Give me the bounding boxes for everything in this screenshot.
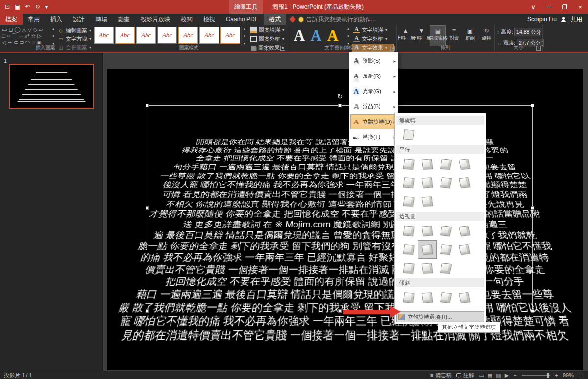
rotation-preset[interactable] <box>399 192 418 211</box>
rotation-preset[interactable] <box>455 240 474 259</box>
resize-handle[interactable] <box>338 309 342 313</box>
slide-thumbnail[interactable] <box>9 64 94 109</box>
resize-handle[interactable] <box>146 104 149 107</box>
tab-檢視[interactable]: 檢視 <box>198 14 220 25</box>
menu-item-轉換(T)[interactable]: abc轉換(T)▸ <box>350 129 397 145</box>
button-圖案外框[interactable]: 圖案外框▾ <box>249 35 285 43</box>
rotation-preset[interactable] <box>399 126 418 144</box>
tab-檔案[interactable]: 檔案 <box>0 14 23 25</box>
shape-style-scrollbar[interactable]: ▴ ▾ ▾ <box>241 26 247 46</box>
shape-gallery-row[interactable]: ▭◻◯△▽◇▱ <box>2 26 49 33</box>
tab-轉場[interactable]: 轉場 <box>90 14 113 25</box>
rotation-preset[interactable] <box>437 288 455 307</box>
wordart-style-preview[interactable]: A <box>291 25 308 47</box>
zoom-in-button[interactable]: + <box>555 372 558 378</box>
rotation-preset[interactable] <box>437 222 455 240</box>
rotation-preset[interactable] <box>418 174 437 192</box>
height-stepper[interactable]: ▴▾ <box>539 28 541 36</box>
rotation-preset[interactable] <box>418 259 437 278</box>
rotation-preset[interactable] <box>418 288 437 307</box>
rotation-preset[interactable] <box>418 240 437 259</box>
rotation-preset[interactable] <box>399 155 418 174</box>
restore-icon[interactable] <box>557 0 572 14</box>
menu-item-浮凸(B)[interactable]: A浮凸(B)▸ <box>350 99 397 114</box>
tell-me-box[interactable]: 告訴我您想要執行的動作... <box>299 14 376 25</box>
gallery-up-icon[interactable]: ▴ <box>244 27 245 31</box>
ribbon-display-options-icon[interactable]: ∨ <box>525 0 541 14</box>
user-avatar-icon[interactable] <box>561 17 566 22</box>
tab-校閱[interactable]: 校閱 <box>175 14 198 25</box>
shape-gallery-row[interactable]: □○⌒↔⇄☆▷ <box>2 33 49 39</box>
shape-style-preview[interactable]: Abc <box>157 27 177 44</box>
slide[interactable]: 開頭都是你在問 結果總是我在等 說話留著分寸 氣氛安靜得發狠 你說的這麼認真 顯… <box>107 69 583 370</box>
notes-button[interactable]: ≡ 備忘稿 <box>430 372 451 379</box>
rotation-preset[interactable] <box>399 174 418 192</box>
resize-handle[interactable] <box>531 104 534 107</box>
button-群組[interactable]: ▣群組 <box>462 25 478 46</box>
shape-style-preview[interactable]: Abc <box>178 27 198 44</box>
resize-handle[interactable] <box>146 206 149 210</box>
pen-icon[interactable] <box>289 16 296 23</box>
close-icon[interactable]: × <box>572 0 588 14</box>
wordart-scrollbar[interactable]: ▴ ▾ ▾ <box>345 26 351 46</box>
share-button[interactable]: 共用 <box>570 15 582 24</box>
rotation-preset[interactable] <box>437 174 455 192</box>
menu-item-陰影(S)[interactable]: A陰影(S)▸ <box>350 53 397 69</box>
tab-常用[interactable]: 常用 <box>23 14 45 25</box>
tab-設計[interactable]: 設計 <box>68 14 90 25</box>
shape-style-preview[interactable]: Abc <box>220 27 240 44</box>
reading-view-button[interactable]: ▥ <box>496 372 501 379</box>
button-選取窗格[interactable]: ▤選取窗格 <box>430 25 446 46</box>
undo-icon[interactable]: ↶ <box>25 3 30 10</box>
shape-style-preview[interactable]: Abc <box>136 27 156 44</box>
rotation-preset[interactable] <box>437 155 455 174</box>
gallery-down-icon[interactable]: ▾ <box>52 34 54 38</box>
rotation-preset[interactable] <box>437 259 455 278</box>
menu-item-3d-rotation-options[interactable]: 立體旋轉選項(R)... <box>396 311 484 322</box>
rotation-preset[interactable] <box>455 288 474 307</box>
zoom-level[interactable]: 99% <box>563 372 574 378</box>
normal-view-button[interactable]: ▭ <box>479 372 484 379</box>
rotate-handle-icon[interactable]: ↻ <box>337 93 343 100</box>
height-field[interactable]: 14.88 公分 ▴▾ <box>514 28 541 36</box>
zoom-out-button[interactable]: − <box>514 372 516 378</box>
tab-格式[interactable]: 格式 <box>264 14 286 25</box>
zoom-slider-thumb[interactable] <box>547 373 549 378</box>
button-文字外框[interactable]: 文字外框▾ <box>352 35 394 43</box>
button-下移一層[interactable]: ▼下移一層 <box>414 25 430 46</box>
gallery-up-icon[interactable]: ▴ <box>52 27 54 31</box>
rotation-preset[interactable] <box>418 192 437 211</box>
gallery-down-icon[interactable]: ▾ <box>347 34 349 38</box>
slideshow-view-button[interactable]: ▶ <box>505 372 509 379</box>
menu-item-立體旋轉(D)[interactable]: A立體旋轉(D)▸ <box>350 114 397 129</box>
wordart-style-preview[interactable]: A <box>324 25 341 47</box>
user-name[interactable]: Scorpio Liu <box>527 16 557 23</box>
save-icon[interactable]: ▣ <box>15 3 20 10</box>
comments-button[interactable]: 註解 <box>456 372 474 379</box>
rotation-preset[interactable] <box>455 174 474 192</box>
button-文字填滿[interactable]: 文字填滿▾ <box>352 26 394 34</box>
resize-handle[interactable] <box>146 309 149 313</box>
gallery-down-icon[interactable]: ▾ <box>244 34 245 38</box>
redo-icon[interactable]: ↻ <box>35 3 40 10</box>
button-上移一層[interactable]: ▲上移一層 <box>397 25 414 46</box>
shape-styles-dialog-launcher-icon[interactable]: ↘ <box>280 46 285 51</box>
customize-qat-icon[interactable]: ▾ <box>45 3 48 10</box>
zoom-slider[interactable] <box>522 375 550 376</box>
rotation-preset[interactable] <box>418 222 437 240</box>
tab-動畫[interactable]: 動畫 <box>113 14 135 25</box>
button-編輯圖案[interactable]: ◇編輯圖案▾ <box>58 26 91 34</box>
shapes-gallery-scrollbar[interactable]: ▴ ▾ ▾ <box>50 26 56 46</box>
gallery-up-icon[interactable]: ▴ <box>347 27 349 31</box>
menu-item-反射(R)[interactable]: A反射(R)▸ <box>350 69 397 84</box>
rotation-preset[interactable] <box>455 155 474 174</box>
slide-sorter-view-button[interactable]: ▦ <box>488 372 492 379</box>
size-dialog-launcher-icon[interactable]: ↘ <box>536 46 541 51</box>
rotation-preset[interactable] <box>455 222 474 240</box>
rotation-preset[interactable] <box>399 240 418 259</box>
tab-投影片放映[interactable]: 投影片放映 <box>135 14 175 25</box>
rotation-preset[interactable] <box>399 288 418 307</box>
menu-item-光暈(G)[interactable]: A光暈(G)▸ <box>350 84 397 99</box>
tab-Gaaiho PDF[interactable]: Gaaiho PDF <box>220 14 264 25</box>
tab-插入[interactable]: 插入 <box>45 14 68 25</box>
